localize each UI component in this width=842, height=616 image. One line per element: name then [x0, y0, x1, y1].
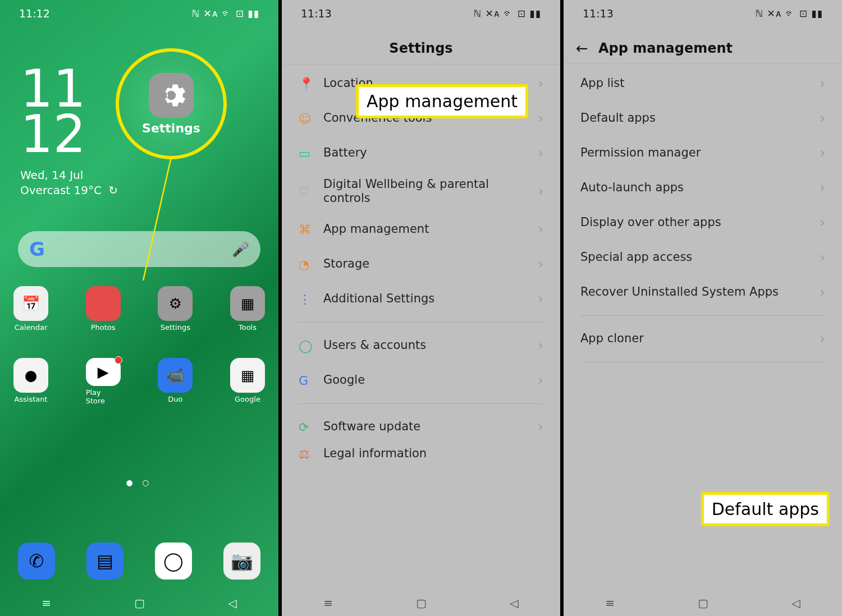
mic-icon[interactable]: 🎤	[232, 241, 249, 258]
chevron-right-icon: ›	[538, 76, 543, 91]
settings-highlight-circle[interactable]: Settings	[116, 48, 227, 159]
status-icons: ℕ ✕ᴀ ᯤ ⊡ ▮▮	[756, 8, 823, 19]
settings-row[interactable]: ◯Users & accounts›	[299, 328, 543, 363]
nav-bar: ≡ ▢ ◁	[0, 590, 278, 616]
status-bar: 11:12 ℕ ✕ᴀ ᯤ ⊡ ▮▮	[0, 0, 278, 24]
app-icon: ▶	[86, 358, 121, 386]
app-icon: ⚙	[158, 286, 193, 321]
settings-row[interactable]: GGoogle›	[299, 363, 543, 398]
nav-back-icon[interactable]: ◁	[510, 596, 518, 610]
app-icon: 📹	[158, 358, 193, 393]
nav-back-icon[interactable]: ◁	[228, 596, 236, 610]
app-assistant[interactable]: ●Assistant	[13, 358, 48, 405]
row-icon: ◯	[299, 339, 323, 353]
row-label: App management	[323, 222, 538, 236]
svg-line-0	[143, 157, 171, 281]
settings-row[interactable]: Recover Uninstalled System Apps›	[580, 275, 825, 310]
status-time: 11:13	[301, 7, 332, 20]
settings-row[interactable]: Permission manager›	[580, 136, 825, 171]
row-label: Google	[323, 373, 538, 387]
settings-row[interactable]: Auto-launch apps›	[580, 171, 825, 205]
chevron-right-icon: ›	[538, 373, 543, 388]
row-label: Special app access	[580, 250, 820, 264]
chevron-right-icon: ›	[820, 284, 825, 300]
chevron-right-icon: ›	[820, 215, 825, 231]
status-bar: 11:13 ℕ ✕ᴀ ᯤ ⊡ ▮▮	[564, 0, 842, 24]
app-label: Photos	[91, 323, 116, 332]
section-divider	[299, 403, 543, 404]
app-google[interactable]: ▦Google	[230, 358, 265, 405]
row-icon: ⋮	[299, 292, 323, 306]
row-icon: ⟳	[299, 420, 323, 434]
nav-recent-icon[interactable]: ≡	[42, 596, 51, 610]
settings-row[interactable]: Display over other apps›	[580, 205, 825, 240]
status-icons: ℕ ✕ᴀ ᯤ ⊡ ▮▮	[474, 8, 542, 19]
settings-list[interactable]: 📍Location›☺Convenience tools›▭Battery›♡D…	[282, 66, 560, 589]
row-icon: ☺	[299, 112, 323, 126]
settings-row[interactable]: App list›	[580, 66, 825, 101]
settings-row[interactable]: Special app access›	[580, 240, 825, 275]
home-clock-min: 12	[20, 112, 118, 158]
settings-row[interactable]: ◔Storage›	[299, 247, 543, 282]
chevron-right-icon: ›	[820, 111, 825, 126]
chevron-right-icon: ›	[820, 331, 825, 347]
row-label: Digital Wellbeing & parental controls	[323, 177, 538, 205]
row-icon: ⚖	[299, 447, 323, 461]
row-label: Legal information	[323, 447, 538, 461]
chevron-right-icon: ›	[820, 76, 825, 91]
nav-home-icon[interactable]: ▢	[416, 596, 427, 610]
row-icon: 📍	[299, 77, 323, 91]
settings-row[interactable]: ⋮Additional Settings›	[299, 282, 543, 316]
row-label: App cloner	[580, 332, 820, 346]
nav-home-icon[interactable]: ▢	[134, 596, 145, 610]
annotation-line-1	[126, 157, 216, 281]
app-label: Tools	[239, 323, 257, 332]
notification-dot-icon	[115, 356, 122, 364]
status-time: 11:12	[19, 7, 50, 20]
app-play-store[interactable]: ▶Play Store	[86, 358, 121, 405]
app-icon: ●	[13, 358, 48, 393]
home-screen: 11:12 ℕ ✕ᴀ ᯤ ⊡ ▮▮ 11 12 Wed, 14 Jul Over…	[0, 0, 278, 616]
app-icon: ▦	[230, 286, 265, 321]
dock-phone[interactable]: ✆	[18, 543, 55, 580]
app-icon	[86, 286, 121, 321]
row-label: Recover Uninstalled System Apps	[580, 285, 820, 299]
settings-row[interactable]: Default apps›	[580, 101, 825, 136]
refresh-icon[interactable]: ↻	[108, 183, 118, 197]
home-weather: Overcast 19°C ↻	[20, 183, 118, 197]
app-calendar[interactable]: 📅Calendar	[13, 286, 48, 333]
status-bar: 11:13 ℕ ✕ᴀ ᯤ ⊡ ▮▮	[282, 0, 560, 24]
section-divider	[299, 322, 543, 323]
settings-row[interactable]: ▭Battery›	[299, 136, 543, 171]
chevron-right-icon: ›	[538, 183, 543, 199]
settings-app-icon[interactable]	[149, 73, 194, 118]
settings-row[interactable]: ⚖Legal information›	[299, 444, 543, 463]
nav-recent-icon[interactable]: ≡	[605, 596, 615, 610]
dock-chrome[interactable]: ◯	[155, 543, 192, 580]
dock-camera[interactable]: 📷	[223, 543, 260, 580]
row-label: Storage	[323, 257, 538, 271]
settings-row[interactable]: ⟳Software update›	[299, 410, 543, 444]
app-tools[interactable]: ▦Tools	[230, 286, 265, 333]
home-icon-grid: 📅CalendarPhotos⚙Settings▦Tools ●Assistan…	[13, 286, 265, 430]
row-label: Default apps	[580, 111, 820, 125]
nav-bar: ≡ ▢ ◁	[282, 590, 560, 616]
settings-row[interactable]: ⌘App management›	[299, 212, 543, 247]
app-icon: 📅	[13, 286, 48, 321]
nav-home-icon[interactable]: ▢	[698, 596, 708, 610]
dock-messages[interactable]: ▤	[86, 543, 123, 580]
settings-row[interactable]: ♡Digital Wellbeing & parental controls›	[299, 171, 543, 212]
settings-row[interactable]: App cloner›	[580, 321, 825, 356]
nav-recent-icon[interactable]: ≡	[323, 596, 333, 610]
app-duo[interactable]: 📹Duo	[158, 358, 193, 405]
settings-highlight-label: Settings	[142, 121, 200, 135]
section-divider	[580, 362, 825, 362]
app-settings[interactable]: ⚙Settings	[158, 286, 193, 333]
row-label: Permission manager	[580, 146, 820, 160]
app-photos[interactable]: Photos	[86, 286, 121, 333]
nav-back-icon[interactable]: ◁	[791, 596, 800, 610]
row-icon: ◔	[299, 258, 323, 272]
back-button[interactable]: ←	[573, 36, 592, 60]
status-time: 11:13	[583, 7, 614, 20]
chevron-right-icon: ›	[820, 180, 825, 196]
